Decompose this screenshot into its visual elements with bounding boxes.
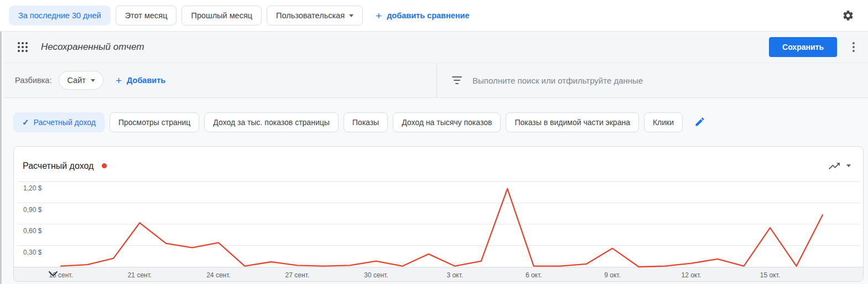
metrics-bar: ✓ Расчетный доход Просмотры страниц Дохо…: [0, 98, 868, 146]
metric-chip-page-views[interactable]: Просмотры страниц: [110, 112, 199, 132]
chart-type-button[interactable]: [828, 159, 841, 173]
search-input[interactable]: [472, 76, 868, 85]
kebab-menu-icon: [847, 40, 860, 54]
chevron-down-icon: [349, 14, 354, 17]
expand-table-button[interactable]: [45, 267, 61, 281]
metric-chip-viewable-impressions[interactable]: Показы в видимой части экрана: [506, 112, 639, 132]
chevron-down-icon: [91, 79, 95, 82]
metric-chip-impressions[interactable]: Показы: [344, 112, 388, 132]
plus-icon: +: [116, 75, 122, 86]
filter-icon: [451, 76, 463, 84]
filter-section: [437, 63, 868, 97]
svg-text:0,90 $: 0,90 $: [23, 206, 42, 214]
settings-button[interactable]: [839, 7, 857, 24]
chart-card-header: Расчетный доход: [14, 147, 863, 177]
svg-text:0,30 $: 0,30 $: [23, 249, 42, 256]
add-breakdown-button[interactable]: + Добавить: [116, 75, 165, 86]
date-chip-custom-label: Пользовательская: [276, 11, 345, 20]
report-bar: Несохраненный отчет Сохранить: [0, 32, 868, 63]
metric-chip-clicks[interactable]: Клики: [644, 112, 683, 132]
plus-icon: +: [376, 11, 382, 21]
add-comparison-label: добавить сравнение: [387, 11, 469, 20]
dimension-chip-site[interactable]: Сайт: [59, 71, 103, 90]
metric-chip-label: Расчетный доход: [34, 118, 96, 127]
left-scrollbar-strip[interactable]: [0, 32, 3, 284]
svg-text:9 окт.: 9 окт.: [604, 271, 621, 279]
date-chip-this-month[interactable]: Этот месяц: [116, 6, 177, 25]
svg-text:6 окт.: 6 окт.: [526, 271, 542, 279]
svg-text:30 сент.: 30 сент.: [364, 271, 388, 279]
chart-card: Расчетный доход 0,30 $0,60 $0,90 $1,20 $…: [13, 146, 864, 282]
chart-title: Расчетный доход: [23, 161, 93, 171]
series-legend-dot: [102, 163, 107, 168]
date-chip-custom[interactable]: Пользовательская: [267, 6, 363, 25]
breakdown-label: Разбивка:: [15, 76, 51, 85]
check-icon: ✓: [22, 117, 29, 127]
pencil-icon: [694, 116, 705, 127]
svg-text:12 окт.: 12 окт.: [681, 271, 701, 279]
breakdown-bar: Разбивка: Сайт + Добавить: [0, 63, 868, 98]
metric-chip-impression-rpm[interactable]: Доход на тысячу показов: [393, 112, 501, 132]
svg-text:15 окт.: 15 окт.: [760, 271, 780, 279]
metric-chip-page-rpm[interactable]: Доход за тыс. показов страницы: [204, 112, 338, 132]
edit-metrics-button[interactable]: [694, 116, 705, 127]
date-chip-last-month[interactable]: Прошлый месяц: [181, 6, 262, 25]
svg-text:3 окт.: 3 окт.: [446, 271, 463, 279]
svg-text:21 сент.: 21 сент.: [128, 271, 152, 279]
apps-grid-icon: [18, 42, 28, 52]
chart-plot-area: 0,30 $0,60 $0,90 $1,20 $18 сент.21 сент.…: [14, 177, 863, 282]
svg-text:27 сент.: 27 сент.: [285, 271, 309, 279]
breakdown-section: Разбивка: Сайт + Добавить: [0, 63, 437, 97]
line-chart-icon: [828, 159, 841, 173]
chevron-down-icon: [846, 164, 851, 167]
save-button[interactable]: Сохранить: [769, 37, 837, 57]
date-chip-last-30-days[interactable]: За последние 30 дней: [9, 6, 111, 25]
apps-grid-button[interactable]: [18, 42, 28, 52]
svg-text:24 сент.: 24 сент.: [206, 271, 230, 279]
revenue-line-chart: 0,30 $0,60 $0,90 $1,20 $18 сент.21 сент.…: [14, 177, 863, 282]
dimension-chip-label: Сайт: [67, 76, 85, 85]
report-title: Несохраненный отчет: [41, 42, 144, 53]
date-range-bar: За последние 30 дней Этот месяц Прошлый …: [0, 0, 868, 32]
svg-text:1,20 $: 1,20 $: [23, 184, 42, 192]
gear-icon: [842, 9, 854, 22]
svg-text:0,60 $: 0,60 $: [23, 227, 42, 235]
add-breakdown-label: Добавить: [127, 76, 165, 85]
more-options-button[interactable]: [837, 40, 868, 54]
metric-chip-estimated-revenue[interactable]: ✓ Расчетный доход: [13, 112, 105, 132]
add-comparison-button[interactable]: + добавить сравнение: [376, 11, 470, 21]
chevron-down-icon: [48, 271, 58, 277]
